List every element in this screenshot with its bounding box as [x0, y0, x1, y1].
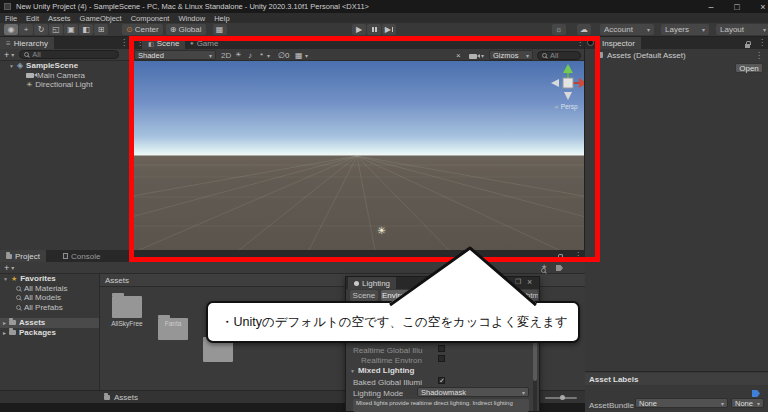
pivot-center-button[interactable]: ⊙Center — [122, 24, 163, 35]
tab-inspector[interactable]: Inspector — [596, 37, 641, 49]
hierarchy-item-camera[interactable]: Main Camera — [0, 71, 129, 81]
folder-icon — [104, 395, 110, 400]
tree-all-materials[interactable]: All Materials — [0, 284, 99, 294]
foldout-icon[interactable] — [3, 318, 6, 327]
foldout-icon[interactable] — [9, 61, 14, 70]
hierarchy-menu-icon[interactable] — [120, 38, 128, 47]
scene-viewport[interactable]: ☀ ◄ Persp — [129, 61, 585, 250]
tab-project[interactable]: Project — [0, 250, 46, 262]
tab-console[interactable]: Console — [57, 250, 106, 262]
lock-icon[interactable] — [557, 257, 562, 261]
tree-assets[interactable]: Assets — [0, 318, 99, 328]
tab-scene[interactable]: ◧Scene — [142, 37, 185, 49]
menu-gameobject[interactable]: GameObject — [80, 14, 122, 23]
cloud-button[interactable]: ☁ — [577, 24, 591, 35]
folder-allskyfree[interactable] — [112, 296, 142, 318]
asset-header: Assets (Default Asset) — [585, 49, 768, 61]
scene-toolbar: Shaded 2D ☀ ♪ * ∅0 ▦ × Gizmos All — [129, 49, 585, 61]
hierarchy-item-scene[interactable]: ◈ SampleScene — [0, 61, 129, 71]
hierarchy-search-input[interactable]: All — [19, 50, 119, 59]
scene-lighting-toggle[interactable]: ☀ — [235, 51, 241, 59]
grid-snap-button[interactable]: ▦ — [213, 24, 227, 35]
rect-tool-button[interactable]: ▣ — [64, 24, 78, 35]
game-tab-icon: ● — [190, 40, 194, 46]
menu-component[interactable]: Component — [131, 14, 170, 23]
tab-hierarchy[interactable]: Hierarchy — [0, 37, 54, 49]
shading-mode-dropdown[interactable]: Shaded — [134, 50, 216, 60]
label-icon[interactable] — [556, 265, 563, 271]
tab-game[interactable]: ●Game — [184, 37, 224, 49]
scale-tool-button[interactable]: ◱ — [49, 24, 63, 35]
menu-file[interactable]: File — [5, 14, 17, 23]
view-tool-button[interactable]: ◉ — [4, 24, 18, 35]
scene-asset-icon: ◈ — [17, 61, 23, 70]
foldout-icon[interactable] — [3, 274, 8, 283]
layers-dropdown[interactable]: Layers — [661, 24, 709, 35]
rotate-tool-button[interactable]: ↻ — [34, 24, 48, 35]
project-add-button[interactable]: + — [4, 263, 9, 273]
menu-assets[interactable]: Assets — [48, 14, 71, 23]
folder-third[interactable] — [203, 340, 233, 362]
lock-icon[interactable] — [745, 44, 750, 48]
tree-all-models[interactable]: All Models — [0, 293, 99, 303]
chevron-down-icon[interactable] — [481, 51, 484, 60]
play-button[interactable]: ▶ — [352, 24, 366, 35]
maximize-button[interactable]: □ — [726, 2, 748, 12]
light-icon: ☀ — [26, 81, 32, 89]
asset-labels-header[interactable]: Asset Labels — [585, 373, 768, 385]
chevron-down-icon[interactable] — [305, 51, 308, 60]
tree-packages[interactable]: Packages — [0, 328, 99, 338]
gizmos-dropdown[interactable]: Gizmos — [489, 50, 533, 60]
scene-effects-toggle[interactable]: * — [260, 51, 263, 60]
lighting-mode-dropdown[interactable]: Shadowmask — [417, 387, 529, 397]
favorite-star-icon[interactable]: ★ — [541, 263, 547, 271]
chevron-down-icon[interactable] — [11, 50, 14, 59]
scene-audio-toggle[interactable]: ♪ — [248, 51, 252, 60]
assetbundle-dropdown[interactable]: None — [635, 398, 728, 408]
layout-dropdown[interactable]: Layout — [716, 24, 768, 35]
star-icon: ★ — [11, 275, 17, 283]
pivot-global-button[interactable]: ⊕Global — [166, 24, 206, 35]
scene-camera-icon[interactable] — [469, 54, 477, 59]
hierarchy-add-button[interactable]: + — [4, 50, 9, 60]
asset-menu-icon[interactable] — [755, 51, 763, 60]
hierarchy-item-light[interactable]: ☀ Directional Light — [0, 80, 129, 90]
baked-gi-checkbox[interactable] — [438, 377, 445, 384]
window-title: New Unity Project (4) - SampleScene - PC… — [16, 2, 656, 11]
scene-menu-icon[interactable] — [576, 38, 584, 47]
project-menu-icon[interactable] — [574, 251, 582, 260]
transform-tool-button[interactable]: ◧ — [79, 24, 93, 35]
realtime-gi-checkbox[interactable] — [438, 345, 445, 352]
2d-toggle[interactable]: 2D — [221, 51, 231, 60]
scene-tools-icon[interactable]: × — [456, 51, 461, 60]
open-button[interactable]: Open — [735, 63, 763, 73]
zoom-slider-thumb[interactable] — [560, 395, 565, 400]
foldout-icon[interactable] — [3, 328, 6, 337]
scene-visibility-toggle[interactable]: ∅0 — [278, 51, 289, 60]
lighting-tab-scene[interactable]: Scene — [350, 290, 378, 301]
account-dropdown[interactable]: Account — [600, 24, 654, 35]
tree-favorites[interactable]: ★ Favorites — [0, 274, 99, 284]
label-tag-icon[interactable] — [752, 390, 760, 397]
scene-grid-toggle[interactable]: ▦ — [295, 51, 303, 60]
close-button[interactable]: × — [752, 2, 768, 12]
realtime-env-checkbox[interactable] — [438, 355, 445, 362]
tree-all-prefabs[interactable]: All Prefabs — [0, 303, 99, 313]
move-tool-button[interactable]: + — [19, 24, 33, 35]
chevron-down-icon[interactable] — [11, 263, 14, 272]
custom-tool-button[interactable]: ⊞ — [94, 24, 108, 35]
step-button[interactable]: ▶ — [382, 24, 396, 35]
assetbundle-variant-dropdown[interactable]: None — [731, 398, 764, 408]
chevron-down-icon[interactable] — [267, 51, 270, 60]
mixed-lighting-header[interactable]: Mixed Lighting — [350, 366, 414, 375]
pause-button[interactable] — [367, 24, 381, 35]
realtime-env-label: Realtime Environ — [361, 356, 437, 365]
minimize-button[interactable]: – — [700, 2, 722, 12]
preview-packages-button[interactable]: ☼ — [552, 24, 566, 35]
directional-light-gizmo[interactable]: ☀ — [377, 225, 386, 236]
menu-help[interactable]: Help — [214, 14, 229, 23]
inspector-menu-icon[interactable] — [758, 38, 766, 47]
breadcrumb: Assets — [114, 393, 138, 402]
menu-window[interactable]: Window — [178, 14, 205, 23]
menu-edit[interactable]: Edit — [26, 14, 39, 23]
